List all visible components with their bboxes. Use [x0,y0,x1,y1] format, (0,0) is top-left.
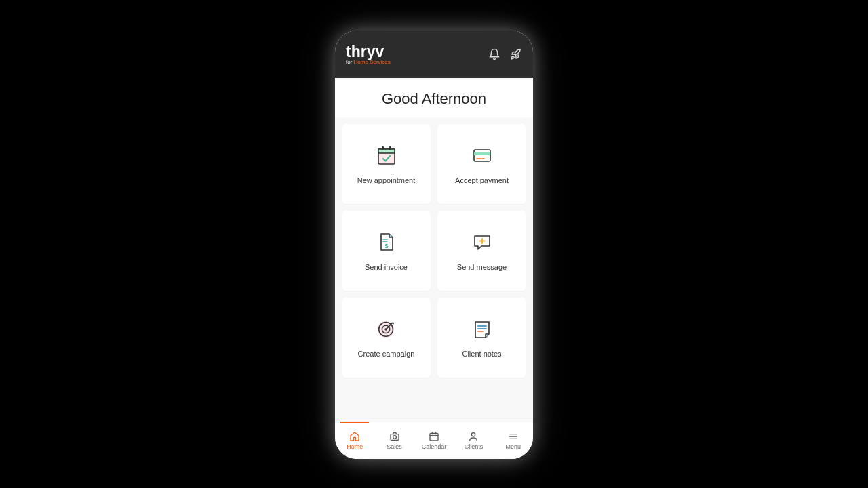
phone-frame: thryv for Home Services Good Afternoon [335,30,533,459]
client-notes-card[interactable]: Client notes [437,298,526,378]
svg-point-27 [472,433,475,436]
tab-label: Home [347,443,363,450]
greeting-title: Good Afternoon [335,78,533,117]
credit-card-icon [471,144,494,167]
svg-rect-2 [382,146,384,150]
tab-label: Clients [465,443,484,450]
send-message-card[interactable]: Send message [437,211,526,291]
tab-label: Menu [506,443,521,450]
card-label: Send message [457,263,507,271]
tab-menu[interactable]: Menu [494,422,533,459]
home-icon [349,431,361,442]
notes-icon [471,317,494,340]
card-label: Send invoice [365,263,408,271]
tab-label: Calendar [422,443,447,450]
svg-point-22 [393,436,396,439]
card-label: New appointment [357,176,416,184]
header-actions [488,48,522,60]
new-appointment-card[interactable]: New appointment [342,124,431,204]
create-campaign-card[interactable]: Create campaign [342,298,431,378]
camera-money-icon [389,431,401,442]
brand-tagline: for Home Services [346,60,391,65]
svg-rect-21 [391,434,399,441]
bell-icon [488,48,500,60]
main-content: Good Afternoon New appointment [335,78,533,422]
person-icon [467,431,479,442]
card-label: Accept payment [455,176,509,184]
calendar-check-icon [375,144,398,167]
tab-calendar[interactable]: Calendar [414,422,454,459]
svg-rect-5 [474,152,490,155]
tab-sales[interactable]: Sales [374,422,414,459]
calendar-icon [428,431,440,442]
tab-label: Sales [387,443,402,450]
tab-home[interactable]: Home [335,422,374,459]
svg-rect-4 [474,150,490,161]
card-label: Client notes [462,350,501,358]
message-plus-icon [471,230,494,253]
svg-rect-23 [430,433,438,441]
card-label: Create campaign [358,350,415,358]
svg-rect-1 [378,149,395,153]
notifications-button[interactable] [488,48,500,60]
app-header: thryv for Home Services [335,30,533,78]
svg-text:$: $ [384,243,388,249]
accept-payment-card[interactable]: Accept payment [437,124,526,204]
quick-launch-button[interactable] [510,48,522,60]
send-invoice-card[interactable]: $ Send invoice [342,211,431,291]
svg-rect-3 [389,146,391,150]
tab-clients[interactable]: Clients [454,422,493,459]
bottom-tab-bar: Home Sales Calendar Clients Menu [335,422,533,459]
brand-name: thryv [346,44,391,60]
menu-icon [507,431,519,442]
rocket-icon [510,48,522,60]
target-icon [375,317,398,340]
invoice-icon: $ [375,230,398,253]
brand-logo: thryv for Home Services [346,44,391,65]
quick-actions-grid: New appointment Accept payment [335,124,533,378]
